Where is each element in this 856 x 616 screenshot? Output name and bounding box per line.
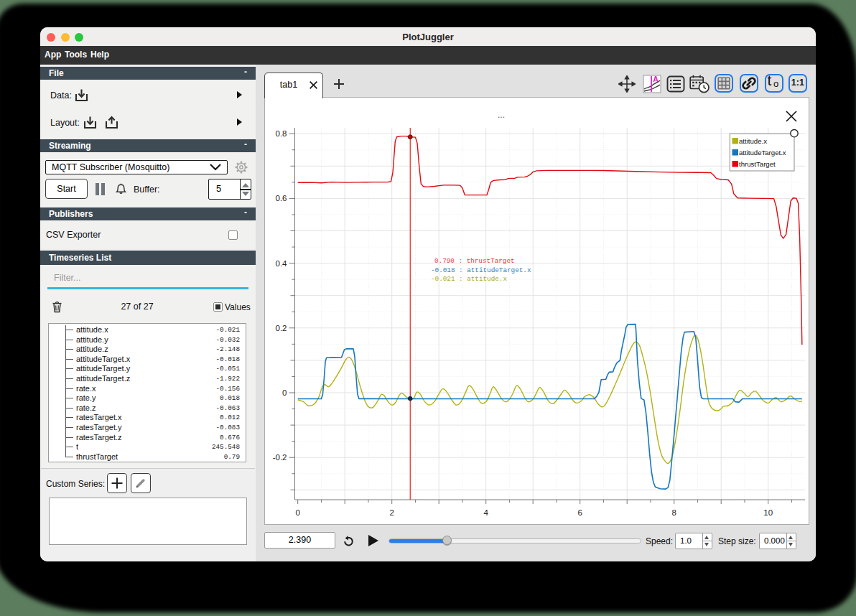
- svg-text:attitudeTarget.x: attitudeTarget.x: [739, 149, 786, 157]
- svg-text:4: 4: [483, 508, 488, 517]
- svg-text:-0.018 : attitudeTarget.x: -0.018 : attitudeTarget.x: [431, 266, 531, 274]
- svg-text:attitude.x: attitude.x: [739, 137, 767, 145]
- svg-text:0.2: 0.2: [276, 324, 287, 332]
- svg-text:0.6: 0.6: [276, 194, 287, 202]
- svg-text:thrustTarget: thrustTarget: [739, 160, 776, 168]
- svg-text:...: ...: [498, 110, 505, 120]
- svg-text:8: 8: [671, 508, 676, 517]
- svg-text:A: A: [653, 75, 659, 83]
- svg-text:0.4: 0.4: [276, 259, 288, 268]
- svg-text:0: 0: [282, 388, 287, 397]
- svg-text:-0.2: -0.2: [273, 453, 287, 462]
- svg-text:0.790 : thrustTarget: 0.790 : thrustTarget: [434, 257, 515, 265]
- svg-text:0.8: 0.8: [276, 129, 287, 138]
- svg-text:10: 10: [763, 508, 773, 517]
- svg-text:0: 0: [295, 508, 299, 517]
- svg-text:6: 6: [577, 508, 582, 517]
- svg-text:-0.021 : attitude.x: -0.021 : attitude.x: [431, 275, 507, 283]
- svg-text:2: 2: [389, 508, 394, 517]
